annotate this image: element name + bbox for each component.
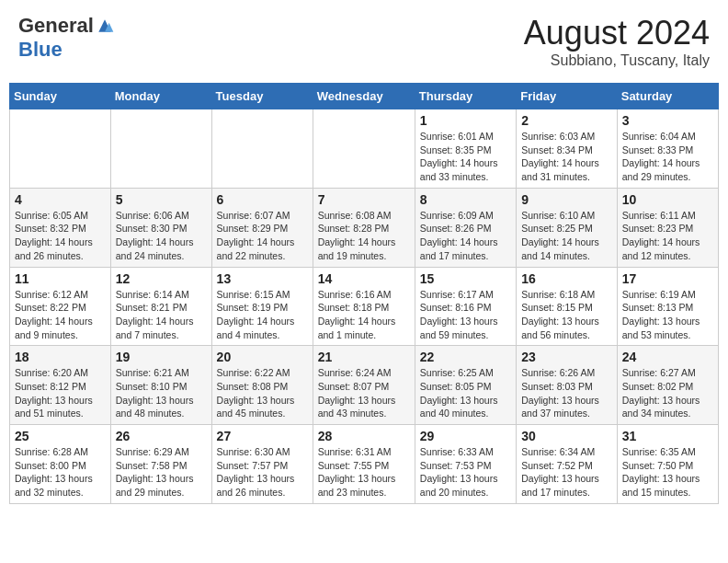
day-info: Sunrise: 6:05 AM Sunset: 8:32 PM Dayligh… bbox=[15, 209, 106, 263]
day-number: 6 bbox=[217, 192, 308, 207]
logo-blue-text: Blue bbox=[18, 38, 63, 62]
day-info: Sunrise: 6:03 AM Sunset: 8:34 PM Dayligh… bbox=[521, 130, 612, 184]
calendar-cell bbox=[211, 109, 313, 189]
day-info: Sunrise: 6:07 AM Sunset: 8:29 PM Dayligh… bbox=[217, 209, 308, 263]
day-number: 9 bbox=[521, 192, 612, 207]
calendar-cell: 26Sunrise: 6:29 AM Sunset: 7:58 PM Dayli… bbox=[110, 425, 211, 504]
calendar-cell bbox=[10, 109, 111, 189]
day-info: Sunrise: 6:24 AM Sunset: 8:07 PM Dayligh… bbox=[318, 366, 410, 420]
day-info: Sunrise: 6:35 AM Sunset: 7:50 PM Dayligh… bbox=[622, 445, 713, 500]
day-info: Sunrise: 6:34 AM Sunset: 7:52 PM Dayligh… bbox=[521, 445, 612, 500]
calendar-cell: 30Sunrise: 6:34 AM Sunset: 7:52 PM Dayli… bbox=[517, 425, 618, 504]
calendar-cell: 7Sunrise: 6:08 AM Sunset: 8:28 PM Daylig… bbox=[313, 188, 415, 267]
day-number: 16 bbox=[521, 271, 612, 286]
calendar-cell: 27Sunrise: 6:30 AM Sunset: 7:57 PM Dayli… bbox=[211, 425, 313, 504]
day-number: 1 bbox=[420, 113, 511, 128]
header-saturday: Saturday bbox=[617, 84, 718, 109]
calendar-week-2: 4Sunrise: 6:05 AM Sunset: 8:32 PM Daylig… bbox=[10, 188, 719, 267]
calendar-cell: 3Sunrise: 6:04 AM Sunset: 8:33 PM Daylig… bbox=[617, 109, 718, 189]
day-info: Sunrise: 6:06 AM Sunset: 8:30 PM Dayligh… bbox=[116, 209, 207, 263]
calendar-cell: 12Sunrise: 6:14 AM Sunset: 8:21 PM Dayli… bbox=[110, 267, 211, 346]
calendar-cell: 2Sunrise: 6:03 AM Sunset: 8:34 PM Daylig… bbox=[517, 109, 618, 189]
calendar-cell: 8Sunrise: 6:09 AM Sunset: 8:26 PM Daylig… bbox=[415, 188, 516, 267]
calendar-cell: 16Sunrise: 6:18 AM Sunset: 8:15 PM Dayli… bbox=[517, 267, 618, 346]
day-info: Sunrise: 6:21 AM Sunset: 8:10 PM Dayligh… bbox=[116, 366, 207, 420]
calendar-cell: 23Sunrise: 6:26 AM Sunset: 8:03 PM Dayli… bbox=[517, 346, 618, 425]
header-monday: Monday bbox=[110, 84, 211, 109]
calendar-cell: 4Sunrise: 6:05 AM Sunset: 8:32 PM Daylig… bbox=[10, 188, 111, 267]
month-title: August 2024 bbox=[524, 14, 710, 52]
day-info: Sunrise: 6:18 AM Sunset: 8:15 PM Dayligh… bbox=[521, 288, 612, 342]
calendar-week-1: 1Sunrise: 6:01 AM Sunset: 8:35 PM Daylig… bbox=[10, 109, 719, 189]
calendar-cell: 9Sunrise: 6:10 AM Sunset: 8:25 PM Daylig… bbox=[517, 188, 618, 267]
calendar-cell: 10Sunrise: 6:11 AM Sunset: 8:23 PM Dayli… bbox=[617, 188, 718, 267]
day-number: 2 bbox=[521, 113, 612, 128]
calendar-cell: 31Sunrise: 6:35 AM Sunset: 7:50 PM Dayli… bbox=[617, 425, 718, 504]
day-info: Sunrise: 6:19 AM Sunset: 8:13 PM Dayligh… bbox=[622, 288, 713, 342]
day-number: 28 bbox=[318, 429, 410, 443]
calendar-cell: 14Sunrise: 6:16 AM Sunset: 8:18 PM Dayli… bbox=[313, 267, 415, 346]
day-number: 20 bbox=[217, 350, 308, 364]
calendar-cell: 22Sunrise: 6:25 AM Sunset: 8:05 PM Dayli… bbox=[415, 346, 516, 425]
day-info: Sunrise: 6:26 AM Sunset: 8:03 PM Dayligh… bbox=[521, 366, 612, 420]
calendar-week-3: 11Sunrise: 6:12 AM Sunset: 8:22 PM Dayli… bbox=[10, 267, 719, 346]
day-info: Sunrise: 6:31 AM Sunset: 7:55 PM Dayligh… bbox=[318, 445, 410, 500]
day-info: Sunrise: 6:33 AM Sunset: 7:53 PM Dayligh… bbox=[420, 445, 511, 500]
day-info: Sunrise: 6:10 AM Sunset: 8:25 PM Dayligh… bbox=[521, 209, 612, 263]
calendar-cell: 15Sunrise: 6:17 AM Sunset: 8:16 PM Dayli… bbox=[415, 267, 516, 346]
day-info: Sunrise: 6:20 AM Sunset: 8:12 PM Dayligh… bbox=[15, 366, 106, 420]
day-info: Sunrise: 6:04 AM Sunset: 8:33 PM Dayligh… bbox=[622, 130, 713, 184]
day-number: 13 bbox=[217, 271, 308, 286]
title-section: August 2024 Subbiano, Tuscany, Italy bbox=[524, 14, 710, 69]
day-number: 11 bbox=[15, 271, 106, 286]
logo: General Blue bbox=[18, 14, 114, 62]
location-title: Subbiano, Tuscany, Italy bbox=[524, 52, 710, 69]
day-info: Sunrise: 6:16 AM Sunset: 8:18 PM Dayligh… bbox=[318, 288, 410, 342]
day-number: 18 bbox=[15, 350, 106, 364]
calendar-cell: 1Sunrise: 6:01 AM Sunset: 8:35 PM Daylig… bbox=[415, 109, 516, 189]
day-info: Sunrise: 6:17 AM Sunset: 8:16 PM Dayligh… bbox=[420, 288, 511, 342]
day-number: 14 bbox=[318, 271, 410, 286]
day-number: 10 bbox=[622, 192, 713, 207]
day-number: 24 bbox=[622, 350, 713, 364]
day-number: 30 bbox=[521, 429, 612, 443]
day-info: Sunrise: 6:08 AM Sunset: 8:28 PM Dayligh… bbox=[318, 209, 410, 263]
logo-general-text: General bbox=[18, 14, 94, 38]
calendar-table: SundayMondayTuesdayWednesdayThursdayFrid… bbox=[9, 83, 719, 504]
day-info: Sunrise: 6:30 AM Sunset: 7:57 PM Dayligh… bbox=[217, 445, 308, 500]
day-number: 8 bbox=[420, 192, 511, 207]
day-info: Sunrise: 6:11 AM Sunset: 8:23 PM Dayligh… bbox=[622, 209, 713, 263]
day-number: 25 bbox=[15, 429, 106, 443]
day-number: 27 bbox=[217, 429, 308, 443]
calendar-cell: 29Sunrise: 6:33 AM Sunset: 7:53 PM Dayli… bbox=[415, 425, 516, 504]
calendar-cell: 24Sunrise: 6:27 AM Sunset: 8:02 PM Dayli… bbox=[617, 346, 718, 425]
calendar-cell: 21Sunrise: 6:24 AM Sunset: 8:07 PM Dayli… bbox=[313, 346, 415, 425]
header-friday: Friday bbox=[517, 84, 618, 109]
calendar-cell: 13Sunrise: 6:15 AM Sunset: 8:19 PM Dayli… bbox=[211, 267, 313, 346]
day-number: 4 bbox=[15, 192, 106, 207]
day-number: 19 bbox=[116, 350, 207, 364]
header-thursday: Thursday bbox=[415, 84, 516, 109]
day-info: Sunrise: 6:28 AM Sunset: 8:00 PM Dayligh… bbox=[15, 445, 106, 500]
calendar-cell: 5Sunrise: 6:06 AM Sunset: 8:30 PM Daylig… bbox=[110, 188, 211, 267]
calendar-cell: 17Sunrise: 6:19 AM Sunset: 8:13 PM Dayli… bbox=[617, 267, 718, 346]
day-number: 7 bbox=[318, 192, 410, 207]
calendar-cell: 6Sunrise: 6:07 AM Sunset: 8:29 PM Daylig… bbox=[211, 188, 313, 267]
calendar-cell bbox=[313, 109, 415, 189]
day-info: Sunrise: 6:12 AM Sunset: 8:22 PM Dayligh… bbox=[15, 288, 106, 342]
day-info: Sunrise: 6:09 AM Sunset: 8:26 PM Dayligh… bbox=[420, 209, 511, 263]
calendar-cell: 19Sunrise: 6:21 AM Sunset: 8:10 PM Dayli… bbox=[110, 346, 211, 425]
day-info: Sunrise: 6:01 AM Sunset: 8:35 PM Dayligh… bbox=[420, 130, 511, 184]
day-number: 31 bbox=[622, 429, 713, 443]
day-info: Sunrise: 6:25 AM Sunset: 8:05 PM Dayligh… bbox=[420, 366, 511, 420]
page-header: General Blue August 2024 Subbiano, Tusca… bbox=[9, 9, 719, 74]
calendar-week-4: 18Sunrise: 6:20 AM Sunset: 8:12 PM Dayli… bbox=[10, 346, 719, 425]
day-number: 5 bbox=[116, 192, 207, 207]
day-number: 22 bbox=[420, 350, 511, 364]
header-sunday: Sunday bbox=[10, 84, 111, 109]
day-number: 29 bbox=[420, 429, 511, 443]
day-info: Sunrise: 6:29 AM Sunset: 7:58 PM Dayligh… bbox=[116, 445, 207, 500]
calendar-cell bbox=[110, 109, 211, 189]
day-number: 15 bbox=[420, 271, 511, 286]
header-wednesday: Wednesday bbox=[313, 84, 415, 109]
